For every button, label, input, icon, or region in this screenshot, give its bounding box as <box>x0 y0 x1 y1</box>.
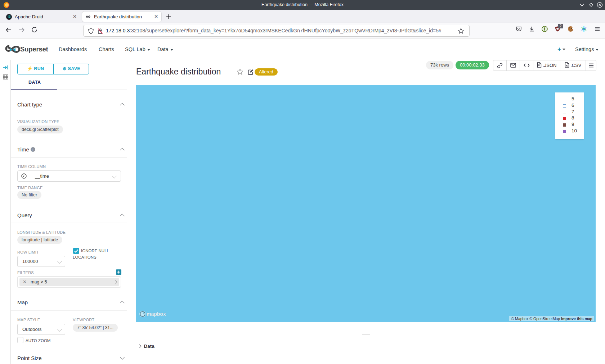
svg-text:mapbox: mapbox <box>147 311 166 317</box>
